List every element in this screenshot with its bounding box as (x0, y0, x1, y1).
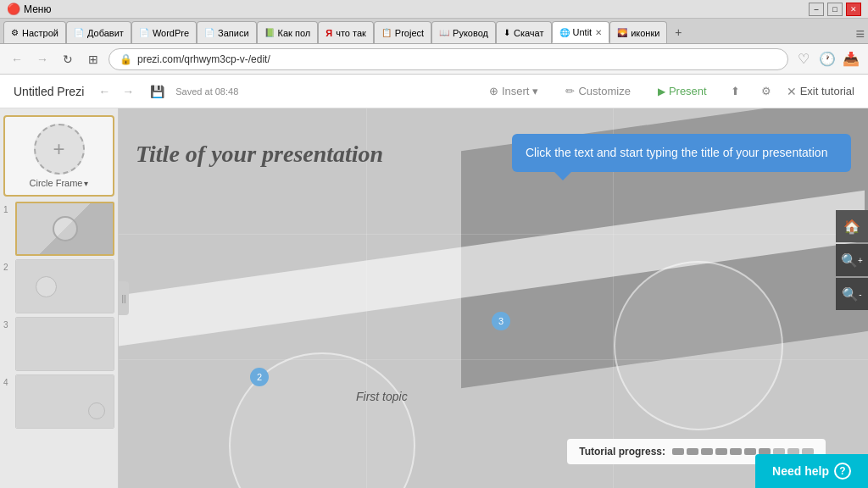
tab-zapisi-icon: 📄 (204, 28, 214, 37)
customize-button[interactable]: ✏ Customize (557, 81, 638, 101)
address-text: prezi.com/qrhwym3cp-v-/edit/ (137, 53, 777, 65)
tab-project-icon: 📋 (381, 28, 392, 37)
slide-thumb-2[interactable] (15, 259, 114, 313)
address-bar[interactable]: 🔒 prezi.com/qrhwym3cp-v-/edit/ (108, 48, 788, 70)
canvas-circle-2 (614, 261, 783, 430)
save-icon[interactable]: 💾 (148, 83, 165, 100)
app-title: Untitled Prezi (14, 85, 84, 98)
tab-project-label: Project (395, 28, 424, 38)
zoom-out-button[interactable]: 🔍- (836, 278, 868, 310)
progress-seg-6 (744, 448, 756, 455)
slide-thumb-4-inner (16, 375, 114, 428)
back-button[interactable]: ← (7, 49, 27, 69)
progress-seg-2 (687, 448, 698, 455)
exit-x-icon: ✕ (787, 85, 797, 98)
redo-button[interactable]: → (118, 81, 138, 102)
tab-untit-label: Untit (573, 27, 593, 37)
tab-nastrojki-icon: ⚙ (11, 28, 19, 37)
tab-wordpress-icon: 📄 (139, 28, 149, 37)
canvas-area[interactable]: Title of your presentation Click the tex… (119, 108, 868, 488)
slide-number-3: 3 (3, 320, 15, 330)
bookmark-button[interactable]: ♡ (793, 49, 814, 69)
present-icon: ▶ (658, 86, 665, 97)
forward-button[interactable]: → (32, 49, 53, 69)
slide-item-1[interactable]: 1 (3, 202, 114, 256)
need-help-button[interactable]: Need help ? (755, 454, 868, 488)
present-button[interactable]: ▶ Present (649, 81, 715, 101)
title-bar: 🔴 Меню – □ ✕ (0, 0, 868, 19)
tab-chto-icon: Я (326, 28, 332, 38)
tab-ruk-icon: 📖 (439, 28, 449, 37)
tab-ikonki[interactable]: 🌄 иконки (609, 21, 667, 43)
history-button[interactable]: 🕐 (817, 49, 837, 69)
toolbar-nav: ← → (94, 81, 138, 102)
slide-thumb-3-inner (16, 318, 114, 370)
slide-2-circle (36, 276, 57, 297)
tab-untit-close[interactable]: ✕ (595, 28, 602, 37)
frame-label: Circle Frame ▾ (30, 178, 89, 188)
first-topic-text[interactable]: First topic (356, 390, 408, 403)
need-help-label: Need help (772, 464, 829, 478)
undo-button[interactable]: ← (94, 81, 114, 102)
progress-seg-1 (672, 448, 684, 455)
zoom-in-button[interactable]: 🔍+ (836, 244, 868, 276)
tab-nastrojki[interactable]: ⚙ Настрой (3, 21, 66, 43)
prezi-canvas: Title of your presentation Click the tex… (119, 108, 868, 488)
tab-untit[interactable]: 🌐 Untit ✕ (552, 21, 610, 43)
download-button[interactable]: 📥 (841, 49, 861, 69)
tab-ikonki-label: иконки (631, 28, 659, 38)
insert-arrow-icon: ▾ (532, 85, 538, 97)
slide-thumb-1[interactable] (15, 202, 114, 256)
tab-zapisi[interactable]: 📄 Записи (197, 21, 257, 43)
tab-zapisi-label: Записи (218, 28, 249, 38)
tab-chto-label: что так (336, 28, 366, 38)
present-label: Present (669, 85, 707, 97)
slide-number-2: 2 (3, 263, 15, 272)
tab-add-button[interactable]: + (667, 21, 689, 43)
slide-thumb-1-inner (17, 203, 113, 254)
share-button[interactable]: ⬆ (726, 81, 746, 102)
tab-kak[interactable]: 📗 Как пол (257, 21, 319, 43)
canvas-title[interactable]: Title of your presentation (136, 141, 383, 168)
app-toolbar: Untitled Prezi ← → 💾 Saved at 08:48 ⊕ In… (0, 75, 868, 108)
tab-dobavit[interactable]: 📄 Добавит (66, 21, 131, 43)
frame-selector[interactable]: + Circle Frame ▾ (3, 115, 114, 197)
tab-skachat-icon: ⬇ (504, 28, 510, 37)
home-button[interactable]: 🏠 (836, 210, 868, 242)
close-button[interactable]: ✕ (846, 3, 861, 16)
slide-thumb-4[interactable] (15, 374, 114, 429)
nav-right-controls: ♡ 🕐 📥 (793, 49, 861, 69)
main-area: + Circle Frame ▾ 1 2 (0, 108, 868, 488)
collapse-icon: || (121, 294, 125, 303)
slide-thumb-3[interactable] (15, 317, 114, 371)
slide-number-1: 1 (3, 205, 15, 214)
tab-ruk-label: Руковод (453, 28, 488, 38)
tab-ruk[interactable]: 📖 Руковод (431, 21, 496, 43)
slide-item-2[interactable]: 2 (3, 259, 114, 313)
restore-button[interactable]: □ (827, 3, 843, 16)
browser-menu-button[interactable]: ≡ (855, 25, 865, 43)
browser-icon: 🔴 (7, 3, 20, 16)
tooltip-box: Click the text and start typing the titl… (512, 134, 851, 172)
collapse-handle[interactable]: || (119, 281, 129, 315)
settings-button[interactable]: ⚙ (756, 81, 776, 102)
tabs-bar: ⚙ Настрой 📄 Добавит 📄 WordPre 📄 Записи 📗… (0, 19, 868, 44)
minimize-button[interactable]: – (809, 3, 824, 16)
grid-button[interactable]: ⊞ (83, 49, 103, 69)
slide-item-3[interactable]: 3 (3, 317, 114, 371)
tab-wordpress[interactable]: 📄 WordPre (131, 21, 197, 43)
insert-button[interactable]: ⊕ Insert ▾ (481, 81, 548, 101)
tab-chto[interactable]: Я что так (318, 21, 374, 43)
reload-button[interactable]: ↻ (58, 49, 78, 69)
insert-label: Insert (502, 85, 530, 97)
exit-tutorial-button[interactable]: ✕ Exit tutorial (787, 85, 854, 98)
circle-preview: + (34, 124, 85, 175)
tab-skachat[interactable]: ⬇ Скачат (496, 21, 552, 43)
sidebar: + Circle Frame ▾ 1 2 (0, 108, 119, 488)
tab-skachat-label: Скачат (514, 28, 544, 38)
badge-2: 2 (250, 368, 269, 386)
tab-project[interactable]: 📋 Project (374, 21, 431, 43)
tooltip-text: Click the text and start typing the titl… (526, 146, 827, 159)
slide-item-4[interactable]: 4 (3, 374, 114, 429)
insert-icon: ⊕ (489, 85, 498, 97)
